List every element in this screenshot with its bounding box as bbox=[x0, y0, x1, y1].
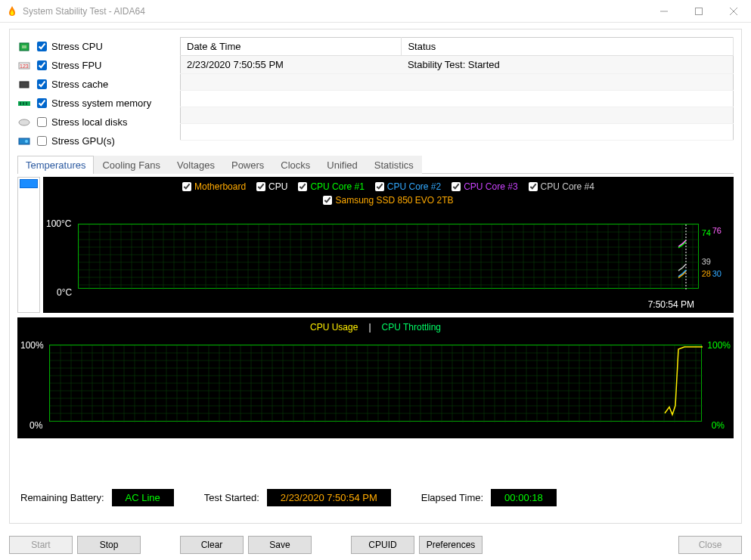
temp-legend-3[interactable]: CPU Core #2 bbox=[375, 181, 441, 192]
close-app-button[interactable]: Close bbox=[678, 536, 742, 554]
stress-checkbox-3[interactable] bbox=[37, 98, 47, 108]
temp-legend-2[interactable]: CPU Core #1 bbox=[298, 181, 364, 192]
cpu-y-max: 100% bbox=[20, 340, 44, 351]
cache-icon bbox=[17, 79, 33, 90]
maximize-button[interactable] bbox=[681, 0, 716, 23]
temp-legend-label-1: CPU bbox=[268, 181, 287, 192]
temp-legend-checkbox-0[interactable] bbox=[182, 182, 191, 191]
preferences-button[interactable]: Preferences bbox=[419, 536, 483, 554]
temp-legend-checkbox-4[interactable] bbox=[452, 182, 461, 191]
temp-y-max: 100°C bbox=[46, 218, 72, 229]
app-icon bbox=[6, 5, 18, 17]
tab-voltages[interactable]: Voltages bbox=[169, 156, 223, 174]
stress-option-3: Stress system memory bbox=[17, 94, 172, 113]
temperature-chart: MotherboardCPUCPU Core #1CPU Core #2CPU … bbox=[43, 177, 734, 313]
temp-legend-checkbox-6[interactable] bbox=[323, 196, 332, 205]
cpu-right-max: 100% bbox=[707, 340, 731, 351]
button-bar: Start Stop Clear Save CPUID Preferences … bbox=[0, 530, 751, 560]
temp-legend-checkbox-5[interactable] bbox=[529, 182, 538, 191]
tab-cooling-fans[interactable]: Cooling Fans bbox=[94, 156, 169, 174]
title-bar: System Stability Test - AIDA64 bbox=[0, 0, 751, 23]
stress-checkbox-5[interactable] bbox=[37, 136, 47, 146]
svg-rect-12 bbox=[26, 102, 27, 105]
temp-readout: 39 bbox=[702, 257, 711, 266]
cpuid-button[interactable]: CPUID bbox=[351, 536, 414, 554]
status-row: Remaining Battery: AC Line Test Started:… bbox=[17, 480, 734, 515]
temp-legend-label-4: CPU Core #3 bbox=[464, 181, 517, 192]
stress-checkbox-1[interactable] bbox=[37, 60, 47, 70]
temp-legend-checkbox-1[interactable] bbox=[256, 182, 265, 191]
temp-readout: 76 bbox=[712, 226, 722, 235]
temp-time-label: 7:50:54 PM bbox=[648, 299, 694, 310]
stress-label-2: Stress cache bbox=[51, 79, 108, 90]
svg-rect-1 bbox=[696, 8, 703, 14]
stress-label-1: Stress FPU bbox=[51, 60, 101, 71]
legend-separator: | bbox=[368, 322, 371, 333]
cpu-usage-legend: CPU Usage bbox=[310, 322, 358, 333]
svg-rect-10 bbox=[20, 102, 21, 105]
temp-readout: 74 bbox=[702, 228, 711, 237]
tab-unified[interactable]: Unified bbox=[318, 156, 365, 174]
stress-option-4: Stress local disks bbox=[17, 113, 172, 131]
battery-label: Remaining Battery: bbox=[20, 492, 104, 503]
temp-legend-5[interactable]: CPU Core #4 bbox=[529, 181, 594, 192]
stress-option-2: Stress cache bbox=[17, 75, 172, 94]
ram-icon bbox=[17, 98, 33, 109]
temp-legend-4[interactable]: CPU Core #3 bbox=[452, 181, 517, 192]
svg-rect-11 bbox=[23, 102, 24, 105]
fpu-icon: 123 bbox=[17, 60, 33, 71]
log-cell-datetime: 2/23/2020 7:50:55 PM bbox=[181, 56, 402, 74]
temp-legend-label-6: Samsung SSD 850 EVO 2TB bbox=[335, 195, 453, 206]
tab-powers[interactable]: Powers bbox=[223, 156, 272, 174]
window-title: System Stability Test - AIDA64 bbox=[23, 6, 145, 17]
clear-button[interactable]: Clear bbox=[180, 536, 244, 554]
log-table: Date & Time Status 2/23/2020 7:50:55 PMS… bbox=[180, 37, 734, 141]
elapsed-label: Elapsed Time: bbox=[421, 492, 483, 503]
tab-strip: TemperaturesCooling FansVoltagesPowersCl… bbox=[17, 155, 734, 174]
temp-legend-checkbox-3[interactable] bbox=[375, 182, 384, 191]
save-button[interactable]: Save bbox=[248, 536, 312, 554]
stress-options: Stress CPU123 Stress FPU Stress cache St… bbox=[17, 37, 172, 150]
cpu-throttling-legend: CPU Throttling bbox=[382, 322, 441, 333]
temp-legend-0[interactable]: Motherboard bbox=[182, 181, 246, 192]
log-header-status: Status bbox=[402, 38, 734, 56]
svg-point-13 bbox=[19, 119, 29, 125]
temp-legend-1[interactable]: CPU bbox=[256, 181, 287, 192]
cpu-icon bbox=[17, 42, 33, 52]
stop-button[interactable]: Stop bbox=[77, 536, 141, 554]
temp-legend-label-5: CPU Core #4 bbox=[541, 181, 594, 192]
log-cell-status: Stability Test: Started bbox=[402, 56, 734, 74]
temp-y-min: 0°C bbox=[57, 287, 72, 298]
log-header-datetime: Date & Time bbox=[181, 38, 402, 56]
minimize-button[interactable] bbox=[647, 0, 681, 23]
temp-legend-label-0: Motherboard bbox=[194, 181, 246, 192]
temp-readout: 28 bbox=[702, 269, 711, 278]
stress-label-3: Stress system memory bbox=[51, 97, 151, 109]
stress-checkbox-4[interactable] bbox=[37, 117, 47, 127]
svg-rect-8 bbox=[20, 82, 29, 88]
started-value: 2/23/2020 7:50:54 PM bbox=[267, 489, 391, 506]
temp-legend-label-3: CPU Core #2 bbox=[387, 181, 441, 192]
cpu-y-min: 0% bbox=[29, 420, 42, 431]
gpu-icon bbox=[17, 136, 33, 147]
log-row[interactable]: 2/23/2020 7:50:55 PMStability Test: Star… bbox=[181, 56, 734, 74]
disk-icon bbox=[17, 117, 33, 128]
svg-point-15 bbox=[25, 140, 28, 143]
svg-rect-5 bbox=[22, 45, 26, 48]
stress-option-0: Stress CPU bbox=[17, 37, 172, 56]
chart-sidebar[interactable] bbox=[17, 177, 40, 313]
stress-label-4: Stress local disks bbox=[51, 116, 127, 128]
close-button[interactable] bbox=[716, 0, 751, 23]
temp-legend-checkbox-2[interactable] bbox=[298, 182, 307, 191]
stress-label-5: Stress GPU(s) bbox=[51, 135, 115, 147]
stress-checkbox-2[interactable] bbox=[37, 79, 47, 89]
start-button[interactable]: Start bbox=[9, 536, 73, 554]
temp-legend-6[interactable]: Samsung SSD 850 EVO 2TB bbox=[323, 195, 453, 206]
temp-legend-label-2: CPU Core #1 bbox=[310, 181, 364, 192]
tab-statistics[interactable]: Statistics bbox=[366, 156, 422, 174]
stress-option-5: Stress GPU(s) bbox=[17, 131, 172, 150]
cpu-right-min: 0% bbox=[712, 420, 725, 431]
tab-clocks[interactable]: Clocks bbox=[272, 156, 318, 174]
stress-checkbox-0[interactable] bbox=[37, 42, 47, 51]
tab-temperatures[interactable]: Temperatures bbox=[17, 156, 94, 174]
